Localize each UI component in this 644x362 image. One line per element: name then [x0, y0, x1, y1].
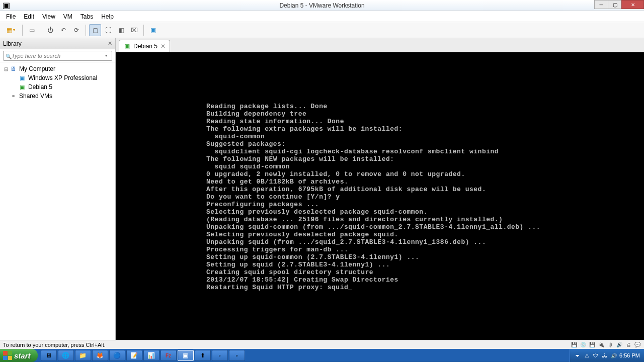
vm-running-icon: [123, 43, 130, 50]
menubar: File Edit View VM Tabs Help: [0, 11, 644, 22]
status-floppy-icon[interactable]: 💾: [589, 341, 596, 348]
tree-vm-winxp[interactable]: Windows XP Professional: [1, 73, 114, 82]
search-icon: [6, 51, 12, 60]
status-msg-icon[interactable]: 💬: [634, 341, 641, 348]
menu-help[interactable]: Help: [97, 12, 118, 21]
menu-file[interactable]: File: [2, 12, 20, 21]
toolbar: ▦ ▭ ⏻ ↶ ⟳ ▢ ⛶ ◧ ⌧ ▣: [0, 22, 644, 38]
taskbar-item[interactable]: 🦊: [92, 350, 108, 361]
status-sound-icon[interactable]: 🔊: [616, 341, 623, 348]
tab-debian5[interactable]: Debian 5 ✕: [119, 40, 170, 52]
status-usb-icon[interactable]: ψ: [607, 341, 614, 348]
tray-volume-icon[interactable]: 🔊: [610, 352, 617, 359]
expand-icon[interactable]: ⊟: [3, 66, 9, 72]
toolbar-thumbnail[interactable]: ▭: [26, 24, 38, 36]
toolbar-console[interactable]: ▢: [89, 24, 101, 36]
system-tray: ⏷ ⚠ 🛡 🖧 🔊 6:56 PM: [570, 349, 644, 362]
taskbar-items: 🖥 🌐 📁 🦊 🔵 📝 📊 Fz ▣ ⬆ ▫ ▫: [41, 350, 245, 361]
search-wrap: ▾: [3, 51, 112, 61]
toolbar-unity[interactable]: ◧: [115, 24, 127, 36]
tray-icon[interactable]: ⏷: [574, 352, 581, 359]
tray-clock[interactable]: 6:56 PM: [619, 352, 640, 358]
start-button[interactable]: start: [0, 349, 38, 362]
toolbar-ctrl-alt-del[interactable]: ⌧: [128, 24, 140, 36]
taskbar-item[interactable]: ▫: [212, 350, 228, 361]
toolbar-snapshot-take[interactable]: ⏻: [44, 24, 56, 36]
window-titlebar: ▣ Debian 5 - VMware Workstation ─ ▢ ✕: [0, 0, 644, 11]
tab-area: Debian 5 ✕ Reading package lists... Done…: [116, 38, 644, 340]
toolbar-snapshot-revert[interactable]: ↶: [57, 24, 69, 36]
tray-icon[interactable]: ⚠: [583, 352, 590, 359]
taskbar-item[interactable]: 📁: [75, 350, 91, 361]
start-label: start: [14, 351, 31, 360]
status-icons: 💾 💿 💾 🔌 ψ 🔊 🖨 💬: [571, 341, 641, 348]
menu-vm[interactable]: VM: [59, 12, 76, 21]
statusbar: To return to your computer, press Ctrl+A…: [0, 340, 644, 349]
tab-close-icon[interactable]: ✕: [160, 43, 166, 50]
taskbar-item[interactable]: Fz: [160, 350, 177, 361]
search-input[interactable]: [12, 53, 103, 59]
taskbar-item[interactable]: 🔵: [109, 350, 125, 361]
vm-console[interactable]: Reading package lists... Done Building d…: [116, 52, 644, 340]
taskbar-item[interactable]: 📊: [143, 350, 159, 361]
taskbar-item[interactable]: ⬆: [195, 350, 211, 361]
menu-tabs[interactable]: Tabs: [76, 12, 97, 21]
toolbar-power-dropdown[interactable]: ▦: [2, 24, 19, 36]
tab-strip: Debian 5 ✕: [116, 38, 644, 52]
tree-label: Shared VMs: [19, 93, 52, 100]
tree-vm-debian5[interactable]: Debian 5: [1, 82, 114, 92]
taskbar-item[interactable]: 🌐: [58, 350, 74, 361]
close-button[interactable]: ✕: [621, 0, 644, 9]
tray-network-icon[interactable]: 🖧: [601, 352, 608, 359]
status-hdd-icon[interactable]: 💾: [571, 341, 578, 348]
library-header: Library ✕: [0, 38, 115, 49]
library-title: Library: [3, 40, 22, 47]
menu-edit[interactable]: Edit: [20, 12, 38, 21]
status-printer-icon[interactable]: 🖨: [625, 341, 632, 348]
tree-label: Debian 5: [28, 83, 52, 90]
separator: [22, 25, 23, 36]
tree-label: My Computer: [19, 65, 55, 72]
status-net-icon[interactable]: 🔌: [598, 341, 605, 348]
taskbar-item[interactable]: 🖥: [41, 350, 57, 361]
computer-icon: [9, 65, 17, 73]
shared-icon: ⚭: [9, 92, 17, 100]
separator: [143, 25, 144, 36]
tab-label: Debian 5: [133, 43, 157, 50]
taskbar-item[interactable]: ▫: [229, 350, 245, 361]
toolbar-fullscreen[interactable]: ⛶: [102, 24, 114, 36]
status-cd-icon[interactable]: 💿: [580, 341, 587, 348]
search-dropdown-icon[interactable]: ▾: [103, 53, 110, 58]
tree-shared-vms[interactable]: ⚭ Shared VMs: [1, 92, 114, 101]
console-output: Reading package lists... Done Building d…: [206, 103, 644, 291]
taskbar-item[interactable]: 📝: [126, 350, 142, 361]
toolbar-enter-vm[interactable]: ▣: [147, 24, 159, 36]
windows-flag-icon: [3, 351, 12, 360]
separator: [86, 25, 86, 36]
vm-running-icon: [18, 83, 26, 91]
tray-icon[interactable]: 🛡: [592, 352, 599, 359]
maximize-button[interactable]: ▢: [608, 0, 622, 9]
taskbar-item-vmware[interactable]: ▣: [178, 350, 194, 361]
windows-taskbar: start 🖥 🌐 📁 🦊 🔵 📝 📊 Fz ▣ ⬆ ▫ ▫ ⏷ ⚠ 🛡 🖧 🔊…: [0, 349, 644, 362]
window-controls: ─ ▢ ✕: [595, 0, 644, 9]
menu-view[interactable]: View: [38, 12, 59, 21]
library-close-icon[interactable]: ✕: [108, 40, 112, 47]
library-panel: Library ✕ ▾ ⊟ My Computer Windows XP Pro…: [0, 38, 116, 340]
library-tree: ⊟ My Computer Windows XP Professional De…: [0, 62, 115, 340]
tree-label: Windows XP Professional: [28, 74, 97, 81]
app-icon: ▣: [2, 2, 10, 10]
library-search: ▾: [0, 49, 115, 62]
minimize-button[interactable]: ─: [594, 0, 608, 9]
separator: [41, 25, 41, 36]
toolbar-snapshot-manage[interactable]: ⟳: [70, 24, 83, 36]
main-area: Library ✕ ▾ ⊟ My Computer Windows XP Pro…: [0, 38, 644, 340]
vm-icon: [18, 74, 26, 82]
window-title: Debian 5 - VMware Workstation: [279, 2, 364, 9]
status-hint: To return to your computer, press Ctrl+A…: [3, 342, 106, 348]
tree-my-computer[interactable]: ⊟ My Computer: [1, 64, 114, 73]
